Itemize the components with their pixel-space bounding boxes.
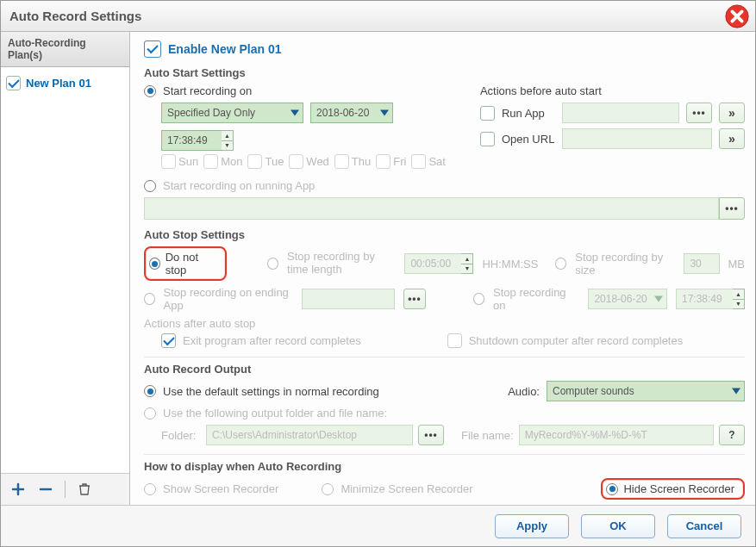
ellipsis-icon: ••• — [725, 202, 739, 214]
start-date-field[interactable]: 2018-06-20 — [310, 103, 393, 123]
display-show-label: Show Screen Recorder — [163, 482, 278, 495]
stop-on-ending-app-browse-button[interactable]: ••• — [403, 289, 427, 309]
day-thu-label: Thu — [352, 155, 371, 168]
stop-by-size-radio[interactable] — [555, 258, 566, 270]
divider — [144, 454, 745, 455]
stop-by-size-field[interactable]: 30 — [684, 253, 719, 274]
day-tue-checkbox[interactable] — [247, 154, 262, 169]
run-app-go-button[interactable]: » — [719, 103, 745, 123]
stop-by-time-radio[interactable] — [267, 258, 278, 270]
start-on-app-radio[interactable] — [144, 180, 156, 192]
stop-on-ending-app-field[interactable] — [302, 289, 394, 309]
output-title: Auto Record Output — [144, 363, 745, 376]
start-time-spinner[interactable]: ▲▼ — [222, 130, 234, 151]
separator — [65, 481, 66, 498]
day-mon-checkbox[interactable] — [203, 154, 218, 169]
ok-button[interactable]: OK — [581, 514, 655, 538]
folder-browse-button[interactable]: ••• — [418, 425, 444, 445]
open-url-go-button[interactable]: » — [719, 128, 745, 149]
delete-plan-button[interactable] — [72, 479, 97, 500]
day-sun-checkbox[interactable] — [161, 154, 176, 169]
day-thu-checkbox[interactable] — [334, 154, 349, 169]
day-fri-checkbox[interactable] — [376, 154, 390, 169]
file-name-help-button[interactable]: ? — [719, 425, 745, 445]
sidebar: Auto-Recording Plan(s) New Plan 01 — [1, 32, 130, 505]
day-sat-label: Sat — [428, 155, 446, 168]
stop-time-field[interactable]: 17:38:49 — [676, 289, 733, 309]
do-not-stop-radio[interactable] — [149, 258, 160, 270]
display-show-radio[interactable] — [144, 483, 156, 495]
day-sat-checkbox[interactable] — [411, 154, 426, 169]
stop-time-spinner[interactable]: ▲▼ — [733, 289, 745, 309]
run-app-checkbox[interactable] — [480, 106, 495, 121]
chevron-down-icon — [380, 110, 389, 116]
double-chevron-right-icon: » — [728, 106, 735, 120]
stop-on-date-radio[interactable] — [473, 293, 484, 305]
stop-by-time-field[interactable]: 00:05:00 — [404, 253, 461, 274]
spin-down-icon[interactable]: ▼ — [733, 300, 744, 309]
open-url-checkbox[interactable] — [480, 132, 495, 146]
folder-field[interactable]: C:\Users\Administrator\Desktop — [206, 425, 413, 445]
use-default-output-radio[interactable] — [144, 385, 156, 397]
open-url-label: Open URL — [502, 133, 555, 146]
remove-plan-button[interactable] — [34, 479, 58, 500]
shutdown-after-checkbox[interactable] — [447, 333, 462, 348]
do-not-stop-label: Do not stop — [166, 251, 216, 277]
use-custom-output-radio[interactable] — [144, 407, 156, 420]
day-wed-checkbox[interactable] — [289, 154, 303, 169]
enable-plan-checkbox[interactable] — [144, 40, 161, 58]
run-app-field[interactable] — [562, 103, 679, 123]
actions-before-title: Actions before auto start — [480, 84, 745, 97]
stop-date-value: 2018-06-20 — [594, 293, 647, 305]
stop-by-time-spinner[interactable]: ▲▼ — [461, 253, 473, 274]
start-mode-select[interactable]: Specified Day Only — [161, 103, 303, 123]
start-time-field[interactable]: 17:38:49 — [161, 130, 222, 151]
run-app-browse-button[interactable]: ••• — [686, 103, 712, 123]
cancel-button[interactable]: Cancel — [667, 514, 741, 538]
stop-date-field[interactable]: 2018-06-20 — [588, 289, 667, 309]
start-on-app-field[interactable] — [144, 197, 719, 220]
plan-checkbox[interactable] — [6, 76, 21, 90]
add-plan-button[interactable] — [6, 479, 30, 500]
stop-by-time-label: Stop recording by time length — [287, 251, 396, 277]
use-custom-output-label: Use the following output folder and file… — [163, 407, 387, 420]
spin-up-icon[interactable]: ▲ — [461, 254, 472, 264]
do-not-stop-highlight: Do not stop — [144, 246, 227, 281]
minus-icon — [39, 482, 53, 496]
day-wed-label: Wed — [306, 155, 329, 168]
auto-record-settings-window: Auto Record Settings Auto-Recording Plan… — [0, 0, 756, 547]
spin-up-icon[interactable]: ▲ — [222, 131, 233, 141]
close-button[interactable] — [724, 3, 750, 29]
spin-up-icon[interactable]: ▲ — [733, 289, 744, 300]
file-name-value: MyRecord%Y-%M-%D-%T — [525, 429, 647, 441]
plan-label: New Plan 01 — [26, 77, 91, 90]
stop-by-size-label: Stop recording by size — [575, 251, 675, 277]
stop-time-value: 17:38:49 — [682, 293, 722, 305]
stop-by-time-value: 00:05:00 — [410, 258, 451, 270]
file-name-field[interactable]: MyRecord%Y-%M-%D-%T — [519, 425, 714, 445]
start-recording-on-radio[interactable] — [144, 85, 156, 97]
chevron-down-icon — [732, 388, 740, 395]
spin-down-icon[interactable]: ▼ — [461, 264, 472, 274]
ellipsis-icon: ••• — [692, 107, 706, 119]
use-default-output-label: Use the default settings in normal recor… — [163, 385, 379, 398]
start-on-app-browse-button[interactable]: ••• — [719, 197, 745, 220]
day-sun-label: Sun — [178, 155, 198, 168]
titlebar: Auto Record Settings — [1, 1, 755, 32]
display-hide-label: Hide Screen Recorder — [623, 482, 734, 495]
audio-label: Audio: — [508, 385, 540, 398]
day-fri-label: Fri — [393, 155, 406, 168]
display-hide-radio[interactable] — [606, 483, 618, 495]
display-min-radio[interactable] — [322, 483, 334, 495]
open-url-field[interactable] — [562, 128, 712, 149]
stop-on-ending-app-label: Stop recording on ending App — [164, 286, 294, 312]
actions-after-title: Actions after auto stop — [144, 317, 745, 330]
apply-button[interactable]: Apply — [495, 514, 569, 538]
window-title: Auto Record Settings — [9, 9, 141, 23]
spin-down-icon[interactable]: ▼ — [222, 141, 233, 151]
plan-item[interactable]: New Plan 01 — [6, 76, 124, 90]
stop-on-ending-app-radio[interactable] — [144, 293, 155, 305]
audio-select[interactable]: Computer sounds — [547, 381, 745, 401]
exit-after-checkbox[interactable] — [161, 333, 176, 348]
stop-on-date-label: Stop recording on — [493, 286, 571, 312]
